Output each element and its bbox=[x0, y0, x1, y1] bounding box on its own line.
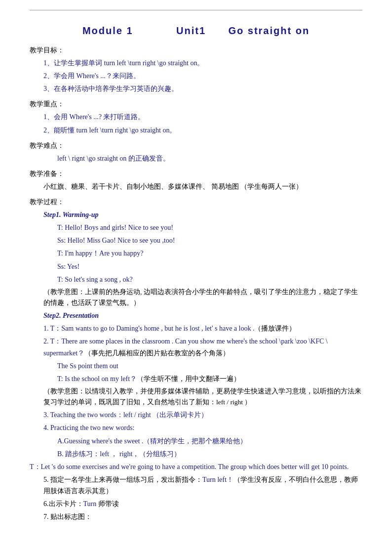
step2-item5: 4. Practicing the two new words: bbox=[30, 422, 362, 433]
step1-line-5: T: So let's sing a song , ok? bbox=[30, 274, 362, 285]
step1-line-1: T: Hello! Boys and girls! Nice to see yo… bbox=[30, 222, 362, 233]
top-divider bbox=[30, 10, 362, 10]
step2-item5a: A.Guessing where's the sweet .（猜对的学生，把那个… bbox=[30, 435, 362, 447]
preparation-content: 小红旗、糖果、若干卡片、自制小地图、多媒体课件、 简易地图 （学生每两人一张） bbox=[30, 181, 362, 192]
teaching-goals-label: 教学目标： bbox=[30, 44, 362, 56]
step1-label: Step1. Warming-up bbox=[30, 209, 362, 220]
step2-item7: 6.出示卡片：Turn 师带读 bbox=[30, 498, 362, 510]
unit-label: Unit1 bbox=[176, 25, 206, 36]
step2-item5b: B. 踏步练习：left ， right，（分组练习） bbox=[30, 448, 362, 460]
step2-item4: 3. Teaching the two words：left / right （… bbox=[30, 409, 362, 421]
step1-line-4: Ss: Yes! bbox=[30, 261, 362, 272]
teaching-goals-section: 教学目标： 1、让学生掌握单词 turn left \turn right \g… bbox=[30, 44, 362, 94]
step2-item8: 7. 贴出标志图： bbox=[30, 511, 362, 522]
process-label: 教学过程： bbox=[30, 196, 362, 208]
step2-item3: T: Is the school on my left？（学生听不懂，用中文翻译… bbox=[30, 373, 362, 384]
step2-label: Step2. Presentation bbox=[30, 310, 362, 321]
key-point-2: 2、能听懂 turn left \turn right \go straight… bbox=[30, 125, 362, 136]
difficulty-section: 教学难点： left \ rignt \go straight on 的正确发音… bbox=[30, 140, 362, 164]
key-points-label: 教学重点： bbox=[30, 98, 362, 110]
step2-point: The Ss point them out bbox=[30, 360, 362, 372]
step2-item2: 2. T：There are some places in the classr… bbox=[30, 336, 362, 358]
step2-competition: T：Let 's do some exercises and we're goi… bbox=[30, 461, 362, 472]
step1-line-3: T: I'm happy！Are you happy? bbox=[30, 248, 362, 259]
goal-1: 1、让学生掌握单词 turn left \turn right \go stra… bbox=[30, 57, 362, 69]
page-title: Module 1 Unit1 Go straight on bbox=[30, 25, 362, 37]
goal-3: 3、在各种活动中培养学生学习英语的兴趣。 bbox=[30, 83, 362, 94]
key-point-1: 1、会用 Where's ...? 来打听道路。 bbox=[30, 111, 362, 123]
difficulty-content: left \ rignt \go straight on 的正确发音。 bbox=[30, 153, 362, 164]
key-points-section: 教学重点： 1、会用 Where's ...? 来打听道路。 2、能听懂 tur… bbox=[30, 98, 362, 135]
step1-line-2: Ss: Hello! Miss Gao! Nice to see you ,to… bbox=[30, 235, 362, 246]
step1-note: （教学意图：上课前的热身运动, 边唱边表演符合小学生的年龄特点，吸引了学生的注意… bbox=[30, 287, 362, 309]
difficulty-label: 教学难点： bbox=[30, 140, 362, 151]
step2-item6: 5. 指定一名学生上来再做一组练习后，发出新指令：Turn left！（学生没有… bbox=[30, 474, 362, 497]
preparation-label: 教学准备： bbox=[30, 168, 362, 179]
process-section: 教学过程： Step1. Warming-up T: Hello! Boys a… bbox=[30, 196, 362, 522]
step2-item1: 1. T：Sam wants to go to Daming's home , … bbox=[30, 323, 362, 334]
step2-note: （教学意图：以情境引入教学，并使用多媒体课件辅助，更易使学生快速进入学习意境，以… bbox=[30, 386, 362, 408]
preparation-section: 教学准备： 小红旗、糖果、若干卡片、自制小地图、多媒体课件、 简易地图 （学生每… bbox=[30, 168, 362, 192]
goal-2: 2、学会用 Where's ...？来问路。 bbox=[30, 70, 362, 82]
topic-label: Go straight on bbox=[228, 25, 310, 36]
module-label: Module 1 bbox=[82, 25, 133, 36]
